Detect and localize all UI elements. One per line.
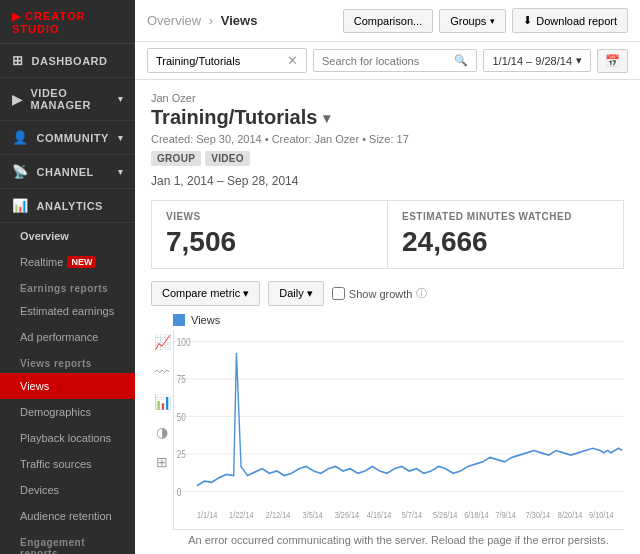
svg-text:25: 25 [177,450,186,461]
sidebar-item-playback-locations[interactable]: Playback locations [0,425,135,451]
sidebar-item-demographics[interactable]: Demographics [0,399,135,425]
sidebar-item-audience-retention[interactable]: Audience retention [0,503,135,529]
video-icon: ▶ [12,92,23,107]
legend-color [173,314,185,326]
location-filter-field[interactable] [322,55,450,67]
svg-text:5/28/14: 5/28/14 [433,510,458,520]
views-label: VIEWS [166,211,373,222]
svg-text:7/30/14: 7/30/14 [526,510,551,520]
date-range-button[interactable]: 1/1/14 – 9/28/14 ▾ [483,49,591,72]
line-chart-icon[interactable]: 📈 [154,334,171,350]
svg-text:7/9/14: 7/9/14 [495,510,516,520]
channel-icon: 📡 [12,164,29,179]
svg-text:4/16/14: 4/16/14 [367,510,392,520]
chevron-down-icon: ▾ [118,167,124,177]
minutes-stat-card: ESTIMATED MINUTES WATCHED 24,666 [388,201,623,268]
show-growth-input[interactable] [332,287,345,300]
svg-text:1/1/14: 1/1/14 [197,510,218,520]
sidebar-item-views[interactable]: Views [0,373,135,399]
location-filter-input[interactable]: 🔍 [313,49,477,72]
svg-text:3/26/14: 3/26/14 [335,510,360,520]
svg-text:6/18/14: 6/18/14 [464,510,489,520]
new-badge: NEW [67,256,96,268]
svg-text:50: 50 [177,412,186,423]
dashboard-icon: ⊞ [12,53,24,68]
tag-video: VIDEO [205,151,250,166]
earnings-reports-header: Earnings reports [0,275,135,298]
sidebar-item-realtime[interactable]: Realtime NEW [0,249,135,275]
download-icon: ⬇ [523,14,532,27]
download-report-button[interactable]: ⬇ Download report [512,8,628,33]
sidebar: ▶ CREATOR STUDIO ⊞ DASHBOARD ▶ VIDEO MAN… [0,0,135,554]
sidebar-item-video-manager[interactable]: ▶ VIDEO MANAGER ▾ [0,78,135,121]
chevron-down-icon: ▾ [576,54,582,67]
sidebar-item-dashboard[interactable]: ⊞ DASHBOARD [0,44,135,78]
chart-wrapper: 📈 〰 📊 ◑ ⊞ Views [151,314,624,552]
sidebar-item-estimated-earnings[interactable]: Estimated earnings [0,298,135,324]
sidebar-item-community[interactable]: 👤 COMMUNITY ▾ [0,121,135,155]
bar-chart-icon[interactable]: 📊 [154,394,171,410]
logo-icon: ▶ [12,10,21,22]
sidebar-item-traffic-sources[interactable]: Traffic sources [0,451,135,477]
content-area: Jan Ozer Training/Tutorials ▾ Created: S… [135,80,640,554]
content-date-range: Jan 1, 2014 – Sep 28, 2014 [151,174,624,188]
chart-container: 100 75 50 25 0 1/1/14 1/22/14 2/12/14 3/… [173,330,624,530]
calendar-button[interactable]: 📅 [597,49,628,73]
edit-icon[interactable]: ▾ [323,110,330,126]
table-icon[interactable]: ⊞ [156,454,168,470]
svg-text:9/10/14: 9/10/14 [589,510,614,520]
search-icon: 🔍 [454,54,468,67]
views-stat-card: VIEWS 7,506 [152,201,388,268]
analytics-icon: 📊 [12,198,29,213]
svg-text:1/22/14: 1/22/14 [229,510,254,520]
sidebar-item-analytics[interactable]: 📊 ANALYTICS [0,189,135,223]
engagement-reports-header: Engagement reports [0,529,135,554]
clear-icon[interactable]: ✕ [287,53,298,68]
svg-text:100: 100 [177,337,191,348]
sidebar-item-channel[interactable]: 📡 CHANNEL ▾ [0,155,135,189]
content-owner: Jan Ozer [151,92,624,104]
chart-legend: Views [173,314,624,326]
chart-controls: Compare metric ▾ Daily ▾ Show growth ⓘ [151,281,624,306]
minutes-label: ESTIMATED MINUTES WATCHED [402,211,609,222]
svg-text:3/5/14: 3/5/14 [303,510,324,520]
svg-text:0: 0 [177,487,182,498]
content-meta: Created: Sep 30, 2014 • Creator: Jan Oze… [151,133,624,145]
chevron-down-icon: ▾ [490,16,495,26]
sidebar-item-overview[interactable]: Overview [0,223,135,249]
show-growth-checkbox[interactable]: Show growth ⓘ [332,286,428,301]
stats-row: VIEWS 7,506 ESTIMATED MINUTES WATCHED 24… [151,200,624,269]
svg-text:2/12/14: 2/12/14 [266,510,291,520]
daily-period-button[interactable]: Daily ▾ [268,281,324,306]
minutes-value: 24,666 [402,226,609,258]
breadcrumb: Overview › Views [147,13,257,28]
views-reports-header: Views reports [0,350,135,373]
groups-button[interactable]: Groups ▾ [439,9,506,33]
group-filter-input[interactable]: ✕ [147,48,307,73]
group-filter-field[interactable] [156,55,283,67]
wave-chart-icon[interactable]: 〰 [155,364,169,380]
content-tags: GROUP VIDEO [151,151,624,166]
svg-text:8/20/14: 8/20/14 [558,510,583,520]
content-title: Training/Tutorials ▾ [151,106,624,129]
chart-error-message: An error occurred communicating with the… [173,530,624,552]
chevron-down-icon: ▾ [118,94,124,104]
chevron-down-icon: ▾ [118,133,124,143]
compare-metric-button[interactable]: Compare metric ▾ [151,281,260,306]
topbar: Overview › Views Comparison... Groups ▾ … [135,0,640,42]
pie-chart-icon[interactable]: ◑ [156,424,168,440]
svg-text:5/7/14: 5/7/14 [402,510,423,520]
main-content: Overview › Views Comparison... Groups ▾ … [135,0,640,554]
chart-side-icons: 📈 〰 📊 ◑ ⊞ [151,314,173,552]
sidebar-item-devices[interactable]: Devices [0,477,135,503]
filter-bar: ✕ 🔍 1/1/14 – 9/28/14 ▾ 📅 [135,42,640,80]
line-chart-svg: 100 75 50 25 0 1/1/14 1/22/14 2/12/14 3/… [174,330,624,529]
info-icon: ⓘ [416,286,427,301]
sidebar-item-ad-performance[interactable]: Ad performance [0,324,135,350]
tag-group: GROUP [151,151,201,166]
comparison-button[interactable]: Comparison... [343,9,433,33]
sidebar-logo: ▶ CREATOR STUDIO [0,0,135,44]
views-value: 7,506 [166,226,373,258]
svg-text:75: 75 [177,375,186,386]
community-icon: 👤 [12,130,29,145]
